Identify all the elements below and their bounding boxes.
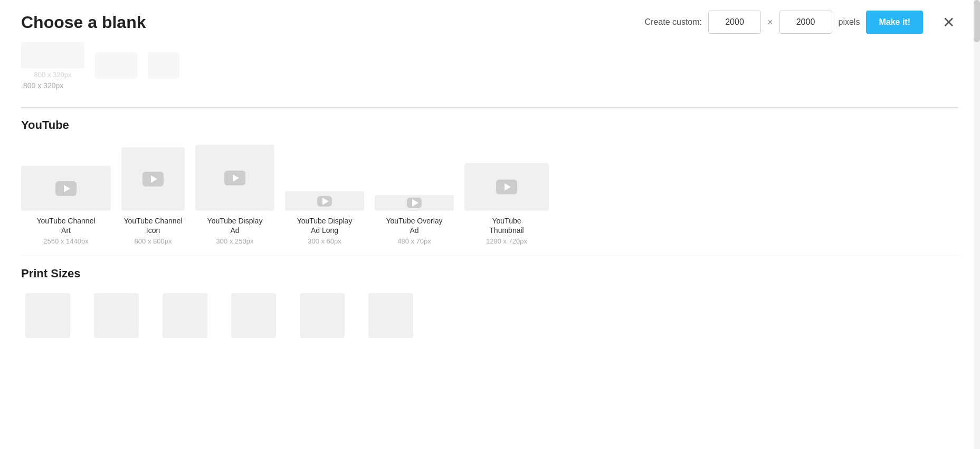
dimension-x-divider: × [767,17,773,28]
template-name-thumbnail: YouTubeThumbnail [489,216,524,235]
template-youtube-display-ad[interactable]: YouTube DisplayAd 300 x 250px [195,145,274,245]
close-button[interactable]: ✕ [938,12,959,33]
template-youtube-thumbnail[interactable]: YouTubeThumbnail 1280 x 720px [464,163,549,245]
partial-top-section: 800 x 320px 800 x 320px [21,42,959,97]
make-it-button[interactable]: Make it! [866,11,923,34]
template-size-thumbnail: 1280 x 720px [486,237,527,245]
yt-play-icon-4 [317,196,332,207]
yt-play-icon-5 [407,198,422,208]
template-print-6[interactable] [364,293,417,338]
partial-item-row: 800 x 320px [21,42,959,79]
thumb-youtube-display-ad [195,145,274,211]
custom-width-input[interactable] [708,11,761,34]
thumb-print-1 [25,293,70,338]
thumb-youtube-channel-icon [121,147,185,211]
thumb-youtube-overlay-ad [375,195,454,211]
print-section: Print Sizes [21,267,959,338]
youtube-section: YouTube YouTube ChannelArt 2560 x 1440px… [21,118,959,245]
template-size-channel-art: 2560 x 1440px [43,237,88,245]
youtube-grid: YouTube ChannelArt 2560 x 1440px YouTube… [21,145,959,245]
create-custom-label: Create custom: [645,17,702,27]
template-print-5[interactable] [296,293,348,338]
thumb-print-3 [163,293,207,338]
scrollbar-track[interactable] [974,0,980,449]
modal: Choose a blank Create custom: × pixels M… [0,0,980,449]
print-section-title: Print Sizes [21,267,959,280]
yt-play-icon-1 [55,181,77,196]
template-print-1[interactable] [21,293,74,338]
thumb-print-5 [300,293,345,338]
partial-bottom-size: 800 x 320px [23,81,63,90]
template-size-overlay-ad: 480 x 70px [397,237,431,245]
section-divider-print [21,256,959,256]
thumb-youtube-display-ad-long [285,191,364,211]
thumb-youtube-channel-art [21,166,111,211]
scrollbar-thumb[interactable] [974,0,980,42]
template-youtube-display-ad-long[interactable]: YouTube DisplayAd Long 300 x 60px [285,191,364,245]
thumb-print-2 [94,293,139,338]
template-youtube-channel-icon[interactable]: YouTube ChannelIcon 800 x 800px [121,147,185,245]
template-size-display-ad: 300 x 250px [216,237,254,245]
modal-body: 800 x 320px 800 x 320px YouTube [0,42,980,445]
section-divider-youtube [21,107,959,108]
modal-title: Choose a blank [21,13,146,32]
template-size-display-ad-long: 300 x 60px [308,237,341,245]
template-youtube-overlay-ad[interactable]: YouTube OverlayAd 480 x 70px [375,195,454,245]
template-name-channel-icon: YouTube ChannelIcon [123,216,182,235]
pixels-label: pixels [839,17,860,27]
template-name-display-ad-long: YouTube DisplayAd Long [297,216,353,235]
template-size-channel-icon: 800 x 800px [135,237,172,245]
template-print-3[interactable] [158,293,211,338]
template-youtube-channel-art[interactable]: YouTube ChannelArt 2560 x 1440px [21,166,111,245]
thumb-print-6 [368,293,413,338]
partial-size-1: 800 x 320px [34,71,72,79]
template-name-channel-art: YouTube ChannelArt [36,216,95,235]
template-print-2[interactable] [90,293,142,338]
print-grid [21,293,959,338]
template-name-overlay-ad: YouTube OverlayAd [386,216,442,235]
custom-height-input[interactable] [779,11,832,34]
yt-play-icon-2 [142,172,164,186]
template-name-display-ad: YouTube DisplayAd [207,216,263,235]
yt-play-icon-3 [224,171,245,185]
thumb-print-4 [231,293,276,338]
template-print-4[interactable] [227,293,280,338]
thumb-youtube-thumbnail [464,163,549,211]
yt-play-icon-6 [496,180,517,194]
modal-header: Choose a blank Create custom: × pixels M… [0,0,980,42]
header-right: Create custom: × pixels Make it! ✕ [645,11,959,34]
youtube-section-title: YouTube [21,118,959,132]
